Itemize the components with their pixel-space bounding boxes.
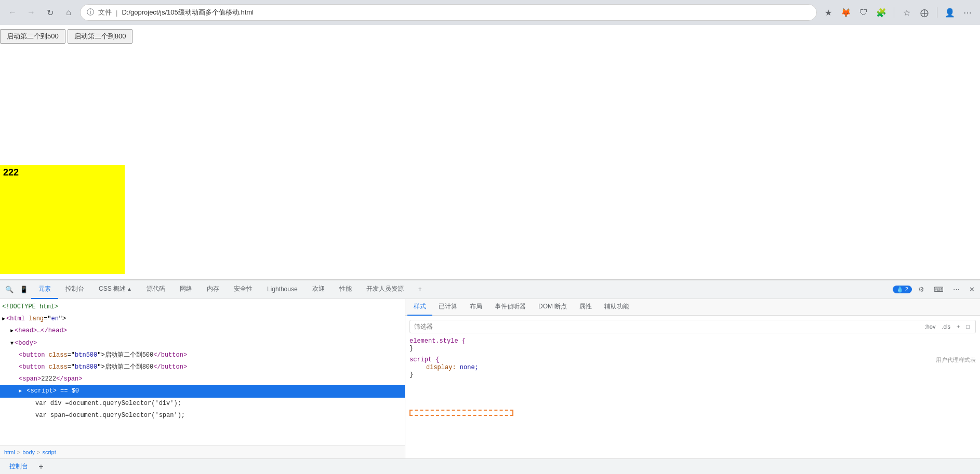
star-button[interactable]: ☆ (899, 5, 914, 20)
element-style-close: } (409, 345, 976, 352)
styles-tab-dom-breakpoints[interactable]: DOM 断点 (532, 299, 573, 316)
browser-actions: ★ 🦊 🛡 🧩 ☆ ⨁ 👤 ⋯ (821, 5, 975, 20)
span-text: 2222 (41, 375, 56, 383)
forward-button[interactable]: → (24, 5, 38, 20)
dom-line-code1[interactable]: var div =document.querySelector('div'); (0, 398, 405, 410)
address-bar[interactable]: ⓘ 文件 | D:/goproject/js/105缓动动画多个值移动.html (80, 4, 817, 21)
html-lang-val: en (51, 315, 58, 322)
back-button[interactable]: ← (5, 5, 20, 20)
tab-security[interactable]: 安全性 (227, 280, 260, 299)
styles-box-preview (409, 410, 976, 416)
styles-tab-styles[interactable]: 样式 (407, 299, 432, 316)
dom-panel: <!DOCTYPE html> ►<html lang="en"> ►<head… (0, 299, 405, 458)
breadcrumb-body[interactable]: body (22, 449, 35, 455)
btn-800[interactable]: 启动第二个到800 (68, 29, 133, 44)
tab-elements-label: 元素 (38, 285, 51, 293)
breadcrumb-html[interactable]: html (4, 449, 15, 455)
styles-tab-computed[interactable]: 已计算 (432, 299, 463, 316)
tab-console[interactable]: 控制台 (58, 280, 91, 299)
bottom-add-button[interactable]: + (35, 461, 47, 472)
dom-line-html[interactable]: ►<html lang="en"> (0, 313, 405, 325)
styles-tab-layout[interactable]: 布局 (463, 299, 488, 316)
dom-content[interactable]: <!DOCTYPE html> ►<html lang="en"> ►<head… (0, 299, 405, 445)
btn-500[interactable]: 启动第二个到500 (0, 29, 65, 44)
tab-add[interactable]: + (411, 280, 429, 299)
head-tag: <head>…</head> (15, 327, 67, 334)
reload-button[interactable]: ↻ (43, 5, 57, 20)
styles-tab-listeners[interactable]: 事件侦听器 (488, 299, 532, 316)
devtools-more-btn[interactable]: ⋯ (950, 284, 963, 295)
styles-label: 样式 (414, 302, 426, 311)
head-triangle[interactable]: ► (10, 328, 14, 334)
styles-tab-accessibility[interactable]: 辅助功能 (598, 299, 635, 316)
tab-devresources[interactable]: 开发人员资源 (359, 280, 411, 299)
browser-toolbar: ← → ↻ ⌂ ⓘ 文件 | D:/goproject/js/105缓动动画多个… (0, 0, 980, 25)
tab-elements[interactable]: 元素 (31, 280, 58, 299)
breadcrumb-sep1: > (17, 449, 20, 455)
tab-performance[interactable]: 性能 (332, 280, 359, 299)
tab-lighthouse[interactable]: Lighthouse (260, 280, 305, 299)
script-source: 用户代理样式表 (936, 356, 976, 364)
filter-hov-btn[interactable]: :hov (923, 323, 937, 330)
bookmark-button[interactable]: ★ (821, 5, 836, 20)
home-button[interactable]: ⌂ (61, 5, 76, 20)
tab-welcome-label: 欢迎 (312, 285, 325, 293)
dom-line-btn800[interactable]: <button class="btn800">启动第二个到800</button… (0, 361, 405, 373)
dom-line-btn500[interactable]: <button class="btn500">启动第二个到500</button… (0, 349, 405, 361)
devtools-bottom-bar: 控制台 + (0, 458, 980, 474)
tab-lighthouse-label: Lighthouse (267, 286, 298, 293)
styles-filter-input[interactable] (414, 323, 920, 330)
shield-button[interactable]: 🛡 (856, 5, 871, 20)
tab-sources[interactable]: 源代码 (139, 280, 173, 299)
tab-button[interactable]: ⨁ (917, 5, 932, 20)
properties-label: 属性 (579, 302, 592, 311)
metamask-button[interactable]: 🦊 (839, 5, 853, 20)
url-text: D:/goproject/js/105缓动动画多个值移动.html (122, 8, 254, 17)
dom-line-doctype[interactable]: <!DOCTYPE html> (0, 301, 405, 313)
tab-memory[interactable]: 内存 (200, 280, 227, 299)
breadcrumb-script[interactable]: script (43, 449, 56, 455)
styles-highlight-indicator (409, 410, 513, 416)
profile-button[interactable]: 👤 (943, 5, 957, 20)
bottom-tab-console[interactable]: 控制台 (4, 461, 33, 472)
span-close: </span> (56, 375, 82, 383)
devtools-close-btn[interactable]: ✕ (966, 284, 978, 295)
dom-line-span[interactable]: <span>2222</span> (0, 373, 405, 385)
script-selector[interactable]: script { (409, 356, 440, 364)
body-triangle[interactable]: ▼ (10, 341, 14, 346)
tab-css[interactable]: CSS 概述 ▲ (91, 280, 139, 299)
file-label: 文件 (98, 8, 112, 17)
btn800-class-attr: class (45, 363, 67, 371)
dom-line-head[interactable]: ►<head>…</head> (0, 325, 405, 337)
devtools-remote-btn[interactable]: ⌨ (931, 284, 947, 295)
puzzle-button[interactable]: 🧩 (874, 5, 889, 20)
tab-devresources-label: 开发人员资源 (366, 285, 404, 293)
devtools-inspect-btn[interactable]: 🔍 (2, 284, 17, 295)
dom-line-script[interactable]: ► <script> == $0 (0, 385, 405, 397)
page-buttons: 启动第二个到500 启动第二个到800 (0, 25, 980, 44)
yellow-box-text: 222 (3, 167, 19, 178)
btn800-class-val: btn800 (75, 363, 97, 371)
script-triangle[interactable]: ► (19, 388, 22, 394)
tab-network[interactable]: 网络 (173, 280, 200, 299)
code1-text: var div =document.querySelector('div'); (35, 400, 181, 407)
body-tag: <body> (15, 340, 37, 347)
dom-line-body[interactable]: ▼<body> (0, 337, 405, 349)
html-triangle[interactable]: ► (2, 316, 5, 322)
filter-box-btn[interactable]: □ (964, 323, 971, 330)
filter-add-btn[interactable]: + (955, 323, 961, 330)
style-rule-script: script { 用户代理样式表 display: none; } (409, 356, 976, 378)
devtools-settings-btn[interactable]: ⚙ (915, 284, 928, 295)
dom-line-code2[interactable]: var span=document.querySelector('span'); (0, 410, 405, 422)
menu-button[interactable]: ⋯ (960, 5, 975, 20)
styles-tab-properties[interactable]: 属性 (573, 299, 598, 316)
styles-content: :hov .cls + □ element.style { } (405, 316, 980, 458)
tab-welcome[interactable]: 欢迎 (305, 280, 332, 299)
element-style-selector[interactable]: element.style { (409, 337, 976, 345)
tab-security-label: 安全性 (234, 285, 253, 293)
filter-cls-btn[interactable]: .cls (940, 323, 952, 330)
span-open: <span> (19, 375, 41, 383)
btn500-close: </button> (153, 351, 187, 359)
breadcrumb-sep2: > (37, 449, 40, 455)
devtools-device-btn[interactable]: 📱 (17, 284, 31, 295)
